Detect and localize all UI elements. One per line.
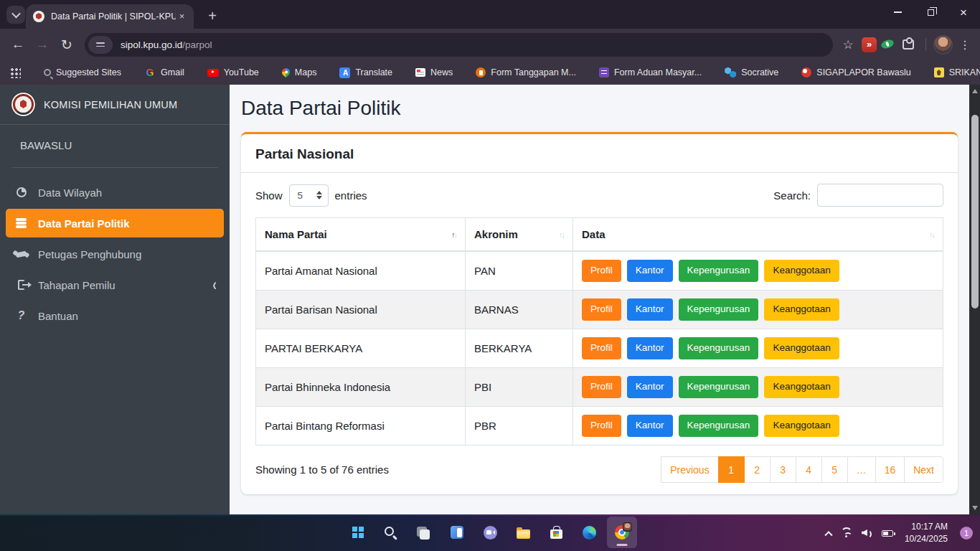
sidebar-brand[interactable]: KOMISI PEMILIHAN UMUM	[0, 85, 230, 125]
column-header[interactable]: Data	[573, 218, 943, 252]
action-button[interactable]: Kepengurusan	[679, 376, 759, 397]
action-button[interactable]: Keanggotaan	[764, 337, 839, 359]
bookmark-favicon-icon	[599, 67, 609, 77]
pagination-button[interactable]: 5	[821, 456, 848, 483]
action-button[interactable]: Profil	[582, 298, 621, 320]
taskbar-clock[interactable]: 10:17 AM 10/24/2025	[905, 521, 948, 544]
taskbar-icon-file-explorer[interactable]	[508, 517, 538, 548]
party-acronym-cell: PAN	[466, 251, 573, 291]
pagination-button[interactable]: 16	[875, 456, 905, 483]
bookmark-sigaplapor[interactable]: SIGAPLAPOR Bawaslu	[798, 65, 913, 80]
sidebar-menu: Data Wilayah ‹ Data Partai Politik ‹ Pet…	[0, 168, 230, 342]
action-button[interactable]: Profil	[582, 415, 621, 436]
scroll-down-icon[interactable]	[972, 506, 978, 510]
action-button[interactable]: Keanggotaan	[764, 415, 839, 436]
action-button[interactable]: Keanggotaan	[764, 376, 839, 397]
action-button[interactable]: Kepengurusan	[679, 298, 759, 320]
action-button[interactable]: Profil	[582, 260, 621, 281]
bookmark-form-orange[interactable]: Form Tanggapan M...	[473, 65, 579, 80]
tab-close-icon[interactable]: ×	[176, 11, 188, 23]
bookmark-maps[interactable]: Maps	[279, 65, 320, 80]
party-actions-cell: Profil Kantor Kepengurusan Keanggotaan	[573, 368, 943, 407]
profile-avatar[interactable]	[933, 35, 953, 55]
tray-icon-wifi[interactable]	[841, 527, 852, 539]
action-button[interactable]: Profil	[582, 376, 621, 397]
new-tab-button[interactable]: +	[203, 7, 222, 26]
pagination-button[interactable]: 4	[796, 456, 822, 483]
tray-icon-chevron-up[interactable]	[824, 531, 832, 539]
bookmark-youtube[interactable]: YouTube	[204, 65, 262, 80]
taskbar-icon-start[interactable]	[343, 517, 373, 548]
pagination-button[interactable]: 2	[744, 456, 771, 483]
action-button[interactable]: Kantor	[627, 415, 673, 436]
active-tab[interactable]: Data Partai Politik | SIPOL-KPU ×	[26, 4, 194, 29]
tray-icon-volume[interactable]	[862, 528, 872, 537]
pagination-button[interactable]: 3	[770, 456, 796, 483]
idm-extension-icon[interactable]: »	[862, 37, 877, 52]
column-header[interactable]: Akronim	[466, 218, 573, 252]
back-button[interactable]: ←	[6, 32, 30, 57]
page-size-value: 5	[298, 190, 303, 201]
action-button[interactable]: Profil	[582, 337, 621, 359]
pagination-button[interactable]: Previous	[661, 456, 718, 483]
reload-button[interactable]: ↻	[55, 32, 79, 57]
pagination-button[interactable]: Next	[904, 456, 943, 483]
tray-icon-battery[interactable]	[882, 530, 893, 537]
scroll-up-icon[interactable]	[972, 89, 978, 93]
green-extension-icon[interactable]	[880, 37, 895, 52]
bookmark-srikandi[interactable]: SRIKANDI	[931, 65, 980, 80]
address-bar[interactable]: sipol.kpu.go.id/parpol	[85, 33, 833, 57]
scrollbar-thumb[interactable]	[971, 115, 979, 309]
action-button[interactable]: Kepengurusan	[679, 415, 759, 436]
pagination-button[interactable]: …	[847, 456, 876, 483]
bookmark-star-icon[interactable]: ☆	[837, 34, 859, 55]
forward-button[interactable]: →	[30, 32, 55, 57]
sidebar-item-question[interactable]: Bantuan ‹	[6, 301, 224, 330]
action-button[interactable]: Kantor	[627, 337, 673, 359]
action-button[interactable]: Kepengurusan	[679, 260, 759, 281]
bookmark-translate[interactable]: Translate	[336, 65, 395, 80]
column-header[interactable]: Nama Partai	[256, 218, 466, 252]
taskbar-icon-widgets[interactable]	[442, 517, 472, 548]
minimize-button[interactable]	[881, 0, 914, 24]
bookmark-news[interactable]: News	[413, 65, 456, 80]
vertical-scrollbar[interactable]	[969, 85, 980, 514]
taskbar-icon-chrome[interactable]	[607, 517, 637, 548]
action-button[interactable]: Kantor	[627, 298, 673, 320]
bookmark-label: Gmail	[161, 67, 184, 77]
extensions-puzzle-icon[interactable]	[903, 39, 914, 50]
action-button[interactable]: Kantor	[627, 260, 673, 281]
bookmark-socrative[interactable]: Socrative	[722, 65, 781, 80]
tab-search-button[interactable]	[6, 6, 25, 24]
action-button[interactable]: Kepengurusan	[679, 337, 759, 359]
close-button[interactable]: ×	[947, 0, 980, 24]
sidebar-item-signout[interactable]: Tahapan Pemilu ‹	[6, 270, 224, 299]
search-input[interactable]	[817, 184, 943, 207]
taskbar-icon-search[interactable]	[376, 517, 406, 548]
browser-menu-icon[interactable]: ⋮	[956, 34, 974, 55]
page-size-select[interactable]: 5	[289, 184, 329, 207]
apps-grid-icon[interactable]	[10, 67, 21, 78]
sidebar-item-globe[interactable]: Data Wilayah ‹	[6, 178, 224, 207]
maximize-button[interactable]	[914, 0, 947, 24]
sidebar-item-handshake[interactable]: Petugas Penghubung ‹	[6, 240, 224, 268]
action-button[interactable]: Keanggotaan	[764, 298, 839, 320]
clock-time: 10:17 AM	[905, 521, 948, 532]
entries-info: Showing 1 to 5 of 76 entries	[255, 463, 389, 476]
bookmark-search[interactable]: Suggested Sites	[41, 65, 124, 80]
taskbar-icon-chat[interactable]	[475, 517, 505, 548]
select-arrows-icon	[316, 191, 322, 199]
bookmark-form-purple[interactable]: Form Aduan Masyar...	[596, 65, 705, 80]
action-button[interactable]: Keanggotaan	[764, 260, 839, 281]
bookmark-gmail[interactable]: Gmail	[141, 65, 187, 80]
taskbar-icon-store[interactable]	[541, 517, 571, 548]
actions-group: Profil Kantor Kepengurusan Keanggotaan	[582, 260, 934, 281]
notification-badge[interactable]: 1	[960, 527, 973, 540]
pagination-button[interactable]: 1	[718, 456, 745, 483]
taskbar-icon-task-view[interactable]	[409, 517, 439, 548]
table-row: Partai Bhinneka Indonesia PBI Profil	[256, 368, 943, 407]
action-button[interactable]: Kantor	[627, 376, 673, 397]
site-info-icon[interactable]	[88, 36, 113, 54]
taskbar-icon-edge[interactable]	[574, 517, 604, 548]
sidebar-item-database[interactable]: Data Partai Politik ‹	[6, 209, 224, 237]
